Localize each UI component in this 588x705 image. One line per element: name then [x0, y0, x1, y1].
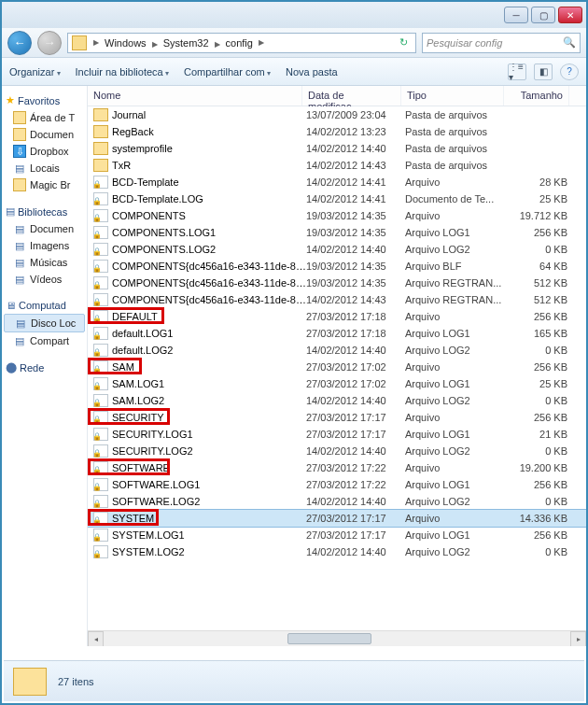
chevron-right-icon[interactable]: ▶ — [213, 40, 222, 49]
file-row[interactable]: 🔒BCD-Template.LOG14/02/2012 14:41Documen… — [88, 190, 586, 207]
file-row[interactable]: TxR14/02/2012 14:43Pasta de arquivos — [88, 157, 586, 174]
chevron-right-icon[interactable]: ▶ — [91, 38, 101, 47]
column-size[interactable]: Tamanho — [504, 86, 569, 106]
refresh-icon[interactable]: ↻ — [396, 36, 412, 49]
scroll-thumb[interactable] — [287, 633, 371, 644]
file-row[interactable]: 🔒COMPONENTS.LOG119/03/2012 14:35Arquivo … — [88, 224, 586, 241]
sidebar-item[interactable]: ▤Disco Loc — [4, 314, 85, 332]
sidebar-computer-header[interactable]: 🖥Computad — [4, 297, 85, 314]
file-date: 27/03/2012 17:17 — [306, 412, 405, 423]
forward-button[interactable]: → — [37, 31, 62, 55]
file-row[interactable]: 🔒COMPONENTS.LOG214/02/2012 14:40Arquivo … — [88, 241, 586, 258]
file-row[interactable]: 🔒SOFTWARE.LOG214/02/2012 14:40Arquivo LO… — [88, 493, 586, 510]
organize-button[interactable]: Organizar — [9, 66, 61, 78]
sidebar-libraries-header[interactable]: ▤Bibliotecas — [4, 203, 85, 220]
sidebar-network-header[interactable]: ⬤Rede — [4, 359, 85, 376]
file-row[interactable]: 🔒BCD-Template14/02/2012 14:41Arquivo28 K… — [88, 174, 586, 190]
file-row[interactable]: 🔒COMPONENTS{dc456a16-e343-11de-8ff...14/… — [88, 291, 586, 308]
search-input[interactable]: Pesquisar config 🔍 — [422, 33, 581, 53]
scroll-right-button[interactable]: ▸ — [570, 631, 586, 646]
file-size: 0 KB — [508, 546, 567, 557]
horizontal-scrollbar[interactable]: ◂ ▸ — [88, 630, 586, 646]
share-button[interactable]: Compartilhar com — [184, 66, 271, 78]
scroll-left-button[interactable]: ◂ — [88, 631, 104, 646]
sidebar-item[interactable]: ▤Imagens — [4, 237, 85, 254]
sidebar-item-label: Disco Loc — [31, 317, 76, 329]
chevron-right-icon[interactable]: ▶ — [257, 38, 266, 47]
file-type: Arquivo LOG2 — [405, 395, 508, 406]
file-row[interactable]: 🔒SOFTWARE.LOG127/03/2012 17:22Arquivo LO… — [88, 476, 586, 493]
breadcrumb-config[interactable]: config — [222, 37, 257, 49]
sidebar-favorites-header[interactable]: ★Favoritos — [4, 92, 85, 109]
help-button[interactable]: ? — [560, 63, 579, 80]
column-type[interactable]: Tipo — [401, 86, 504, 106]
maximize-button[interactable]: ▢ — [531, 7, 555, 23]
file-row[interactable]: 🔒default.LOG214/02/2012 14:40Arquivo LOG… — [88, 342, 586, 359]
file-row[interactable]: 🔒SAM.LOG127/03/2012 17:02Arquivo LOG125 … — [88, 375, 586, 392]
close-button[interactable]: ✕ — [558, 7, 582, 23]
breadcrumb-system32[interactable]: System32 — [160, 37, 213, 49]
lock-icon: 🔒 — [92, 197, 102, 205]
file-name: systemprofile — [112, 143, 306, 154]
sidebar-item[interactable]: ▤Músicas — [4, 254, 85, 271]
toolbar: Organizar Incluir na biblioteca Comparti… — [2, 58, 586, 86]
lock-icon: 🔒 — [92, 416, 102, 424]
file-size: 25 KB — [508, 193, 567, 204]
lock-icon: 🔒 — [92, 466, 102, 474]
file-row[interactable]: Journal13/07/2009 23:04Pasta de arquivos — [88, 106, 586, 123]
lock-icon: 🔒 — [92, 315, 102, 323]
file-row[interactable]: 🔒SECURITY.LOG127/03/2012 17:17Arquivo LO… — [88, 426, 586, 443]
file-row[interactable]: 🔒SECURITY.LOG214/02/2012 14:40Arquivo LO… — [88, 443, 586, 459]
file-name: COMPONENTS{dc456a16-e343-11de-8ff... — [112, 261, 306, 272]
file-type: Arquivo LOG1 — [405, 378, 508, 389]
lock-icon: 🔒 — [92, 231, 102, 239]
include-library-button[interactable]: Incluir na biblioteca — [76, 66, 169, 78]
file-row[interactable]: 🔒SYSTEM27/03/2012 17:17Arquivo14.336 KB — [88, 510, 586, 527]
titlebar: ─ ▢ ✕ — [2, 2, 586, 28]
libraries-icon: ▤ — [6, 205, 15, 218]
file-icon: 🔒 — [93, 293, 108, 306]
sidebar-item[interactable]: ▤Compart — [4, 332, 85, 349]
file-row[interactable]: 🔒COMPONENTS19/03/2012 14:35Arquivo19.712… — [88, 207, 586, 224]
file-name: COMPONENTS{dc456a16-e343-11de-8ff... — [112, 277, 306, 289]
file-row[interactable]: 🔒default.LOG127/03/2012 17:18Arquivo LOG… — [88, 325, 586, 342]
sidebar-item[interactable]: Documen — [4, 126, 85, 143]
back-button[interactable]: ← — [7, 31, 32, 55]
chevron-right-icon[interactable]: ▶ — [150, 40, 160, 49]
file-type: Pasta de arquivos — [405, 126, 508, 137]
file-row[interactable]: 🔒COMPONENTS{dc456a16-e343-11de-8ff...19/… — [88, 258, 586, 275]
sidebar-item[interactable]: ▤Vídeos — [4, 271, 85, 288]
lib-icon: ▤ — [13, 273, 26, 286]
sidebar-item[interactable]: Magic Br — [4, 176, 85, 193]
minimize-button[interactable]: ─ — [504, 7, 528, 23]
file-row[interactable]: 🔒SECURITY27/03/2012 17:17Arquivo256 KB — [88, 409, 586, 426]
file-row[interactable]: systemprofile14/02/2012 14:40Pasta de ar… — [88, 140, 586, 157]
file-row[interactable]: 🔒DEFAULT27/03/2012 17:18Arquivo256 KB — [88, 308, 586, 325]
column-name[interactable]: Nome — [88, 86, 302, 106]
file-row[interactable]: RegBack14/02/2012 13:23Pasta de arquivos — [88, 123, 586, 140]
file-size: 256 KB — [508, 227, 567, 238]
file-name: SOFTWARE.LOG2 — [112, 496, 306, 507]
sidebar-item[interactable]: ▤Documen — [4, 220, 85, 237]
file-row[interactable]: 🔒SAM27/03/2012 17:02Arquivo256 KB — [88, 359, 586, 375]
preview-pane-button[interactable]: ◧ — [534, 63, 553, 80]
column-date[interactable]: Data de modificaç... — [302, 86, 401, 106]
sidebar-item[interactable]: ▤Locais — [4, 160, 85, 176]
file-icon: 🔒 — [93, 512, 108, 525]
file-date: 14/02/2012 14:40 — [306, 395, 405, 406]
file-row[interactable]: 🔒SYSTEM.LOG127/03/2012 17:17Arquivo LOG1… — [88, 527, 586, 543]
file-row[interactable]: 🔒SYSTEM.LOG214/02/2012 14:40Arquivo LOG2… — [88, 543, 586, 560]
file-row[interactable]: 🔒SAM.LOG214/02/2012 14:40Arquivo LOG20 K… — [88, 392, 586, 409]
file-row[interactable]: 🔒COMPONENTS{dc456a16-e343-11de-8ff...19/… — [88, 275, 586, 291]
sidebar-item[interactable]: Área de T — [4, 109, 85, 126]
file-size: 0 KB — [508, 496, 567, 507]
file-list[interactable]: Journal13/07/2009 23:04Pasta de arquivos… — [88, 106, 586, 630]
sidebar-item[interactable]: ⇩Dropbox — [4, 143, 85, 160]
view-options-button[interactable]: ⋮≡ ▾ — [508, 63, 526, 80]
address-bar[interactable]: ▶ Windows▶System32▶config ▶ ↻ — [67, 33, 416, 53]
new-folder-button[interactable]: Nova pasta — [286, 66, 338, 78]
file-type: Arquivo — [405, 361, 508, 373]
breadcrumb-windows[interactable]: Windows — [101, 37, 150, 49]
file-name: SECURITY — [112, 412, 306, 423]
file-row[interactable]: 🔒SOFTWARE27/03/2012 17:22Arquivo19.200 K… — [88, 459, 586, 476]
